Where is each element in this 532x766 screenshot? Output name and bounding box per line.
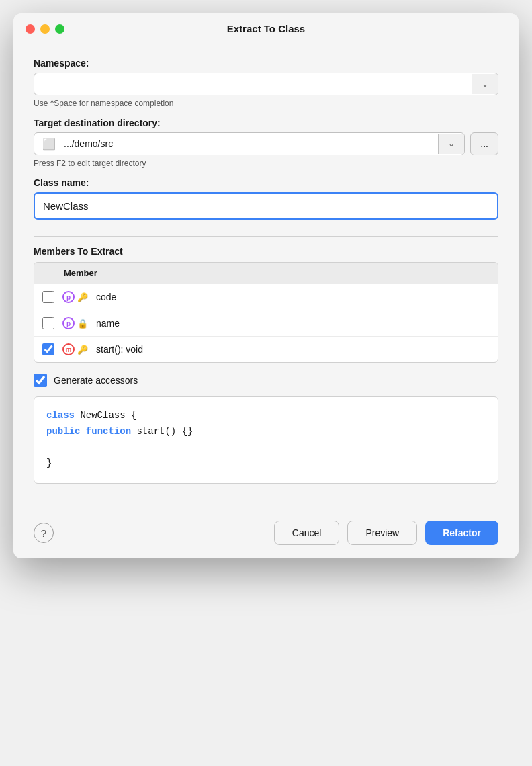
dir-dropdown-button[interactable]: ⌄ (438, 134, 464, 154)
keyword-function: function (80, 426, 131, 437)
dir-value: .../demo/src (61, 133, 438, 155)
property-icon: p (62, 317, 75, 329)
member-icons-code: p 🔑 (62, 291, 88, 303)
key-icon: 🔑 (77, 292, 88, 302)
member-name-start: start(): void (96, 344, 143, 355)
member-name-name: name (96, 318, 120, 329)
refactor-button[interactable]: Refactor (425, 521, 498, 545)
property-icon: p (62, 291, 75, 303)
keyword-class: class (46, 410, 75, 421)
table-row: p 🔒 name (34, 310, 498, 337)
member-checkbox-name[interactable] (42, 317, 54, 329)
browse-button[interactable]: ... (470, 132, 498, 155)
namespace-hint: Use ^Space for namespace completion (34, 99, 498, 108)
generate-accessors-label: Generate accessors (54, 375, 138, 386)
lock-icon: 🔒 (77, 318, 88, 329)
code-preview: class NewClass { public function start()… (34, 396, 498, 484)
maximize-button[interactable] (55, 24, 64, 34)
preview-button[interactable]: Preview (347, 521, 417, 545)
code-closing-brace: } (46, 458, 52, 468)
dialog: Extract To Class Namespace: ⌄ Use ^Space… (13, 13, 519, 558)
namespace-dropdown-button[interactable]: ⌄ (472, 74, 498, 94)
member-checkbox-start[interactable] (42, 343, 54, 355)
generate-accessors-checkbox[interactable] (34, 374, 47, 387)
target-dir-label: Target destination directory: (34, 118, 498, 128)
footer-buttons: Cancel Preview Refactor (274, 521, 498, 545)
member-name-code: code (96, 292, 116, 302)
titlebar: Extract To Class (13, 13, 519, 44)
window-controls (26, 24, 64, 34)
generate-accessors-row: Generate accessors (34, 374, 498, 387)
help-button[interactable]: ? (34, 523, 54, 543)
members-header: Member (34, 263, 498, 284)
member-checkbox-code[interactable] (42, 291, 54, 303)
member-column-header: Member (64, 268, 97, 278)
members-table: Member p 🔑 code p 🔒 name (34, 262, 498, 363)
class-name-label: Class name: (34, 177, 498, 188)
folder-icon: ⬜ (34, 138, 61, 151)
dialog-title: Extract To Class (227, 23, 305, 34)
minimize-button[interactable] (40, 24, 50, 34)
code-line-3 (46, 440, 486, 456)
key-icon: 🔑 (77, 345, 88, 355)
member-icons-name: p 🔒 (62, 317, 88, 329)
table-row: p 🔑 code (34, 284, 498, 310)
dir-hint: Press F2 to edit target directory (34, 159, 498, 168)
namespace-field[interactable]: ⌄ (34, 73, 498, 95)
code-class-name: NewClass { (75, 410, 136, 421)
code-line-4: } (46, 456, 486, 472)
class-name-input[interactable] (34, 192, 498, 220)
section-divider (34, 236, 498, 237)
keyword-public: public (46, 426, 80, 437)
dir-select[interactable]: ⬜ .../demo/src ⌄ (34, 132, 465, 155)
close-button[interactable] (26, 24, 35, 34)
code-method: start() {} (131, 426, 193, 437)
code-line-2: public function start() {} (46, 424, 486, 440)
footer: ? Cancel Preview Refactor (13, 511, 519, 558)
table-row: m 🔑 start(): void (34, 337, 498, 362)
namespace-label: Namespace: (34, 58, 498, 69)
dir-row: ⬜ .../demo/src ⌄ ... (34, 132, 498, 155)
main-content: Namespace: ⌄ Use ^Space for namespace co… (13, 44, 519, 511)
code-line-1: class NewClass { (46, 408, 486, 424)
method-icon: m (62, 343, 75, 355)
cancel-button[interactable]: Cancel (274, 521, 340, 545)
member-icons-start: m 🔑 (62, 343, 88, 355)
namespace-input[interactable] (34, 73, 472, 95)
members-section-label: Members To Extract (34, 246, 498, 257)
